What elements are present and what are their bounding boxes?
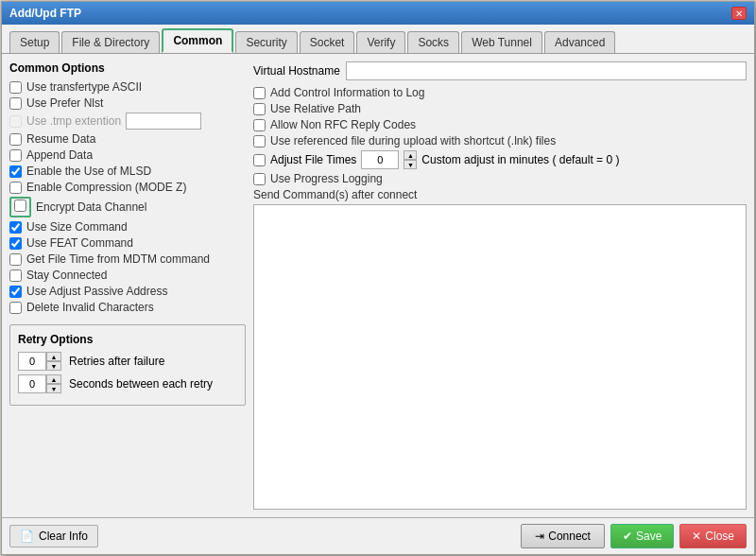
checkbox-delete-invalid-label: Delete Invalid Characters <box>26 301 154 314</box>
checkbox-append-data-label: Append Data <box>26 148 93 162</box>
bottom-bar: 📄 Clear Info ⇥ Connect ✔ Save ✕ Close <box>2 517 754 554</box>
checkbox-delete-invalid-input[interactable] <box>9 302 22 314</box>
tab-setup[interactable]: Setup <box>9 31 60 53</box>
tab-advanced[interactable]: Advanced <box>544 31 615 53</box>
checkbox-use-tmp-ext-input[interactable] <box>9 115 22 128</box>
adjust-file-times-spinner: ▲ ▼ <box>404 150 417 169</box>
checkbox-use-transfertype-input[interactable] <box>9 81 22 94</box>
checkbox-use-prefer-nlst: Use Prefer Nlst <box>9 96 246 110</box>
retry-failure-input[interactable] <box>18 352 46 371</box>
checkbox-resume-data-input[interactable] <box>9 133 22 146</box>
checkbox-encrypt-data-channel: Encrypt Data Channel <box>9 197 246 217</box>
retry-seconds-up-button[interactable]: ▲ <box>46 374 61 384</box>
retry-seconds-spinner: ▲ ▼ <box>18 374 61 393</box>
close-button[interactable]: ✕ Close <box>679 524 747 548</box>
adjust-file-times-row: Adjust File Times ▲ ▼ Custom adjust in m… <box>253 150 747 169</box>
checkbox-use-tmp-ext-label: Use .tmp extention <box>26 114 121 128</box>
window-title: Add/Upd FTP <box>9 7 81 20</box>
retry-seconds-spin-buttons: ▲ ▼ <box>46 374 61 393</box>
retry-failure-up-button[interactable]: ▲ <box>46 352 61 361</box>
checkbox-allow-non-rfc-input[interactable] <box>253 119 266 131</box>
main-window: Add/Upd FTP ✕ Setup File & Directory Com… <box>1 1 755 555</box>
right-panel-inner: Virtual Hostname Add Control Information… <box>253 61 747 510</box>
checkbox-use-prefer-nlst-label: Use Prefer Nlst <box>26 96 103 110</box>
checkbox-enable-mlsd-label: Enable the Use of MLSD <box>26 165 151 178</box>
checkbox-use-size-command-input[interactable] <box>9 221 22 234</box>
checkbox-stay-connected-label: Stay Connected <box>26 269 107 282</box>
adjust-file-times-extra-label: Custom adjust in minutes ( default = 0 ) <box>421 153 619 166</box>
left-panel: Common Options Use transfertype ASCII Us… <box>9 61 246 510</box>
retry-row-failure: ▲ ▼ Retries after failure <box>18 352 237 371</box>
checkbox-use-size-command-label: Use Size Command <box>26 220 128 234</box>
window-close-button[interactable]: ✕ <box>731 7 747 20</box>
adjust-file-times-input[interactable] <box>361 150 399 169</box>
checkbox-use-feat-command-input[interactable] <box>9 237 22 250</box>
send-commands-textarea[interactable] <box>253 204 747 510</box>
x-icon: ✕ <box>692 530 701 543</box>
retry-seconds-down-button[interactable]: ▼ <box>46 384 61 393</box>
tmp-ext-input[interactable] <box>126 113 201 130</box>
retry-failure-label: Retries after failure <box>69 355 164 368</box>
checkbox-use-progress-logging-input[interactable] <box>253 173 266 185</box>
retry-failure-spinner: ▲ ▼ <box>18 352 61 371</box>
checkbox-allow-non-rfc-label: Allow Non RFC Reply Codes <box>270 118 416 131</box>
save-button[interactable]: ✔ Save <box>610 524 674 548</box>
right-buttons: ⇥ Connect ✔ Save ✕ Close <box>521 524 747 548</box>
connect-button[interactable]: ⇥ Connect <box>521 524 605 548</box>
main-area: Common Options Use transfertype ASCII Us… <box>9 61 747 510</box>
checkbox-enable-compression: Enable Compression (MODE Z) <box>9 181 246 194</box>
retry-title: Retry Options <box>18 333 237 346</box>
connect-icon: ⇥ <box>535 530 544 543</box>
checkbox-use-relative-path: Use Relative Path <box>253 102 747 115</box>
checkbox-get-file-time-input[interactable] <box>9 253 22 266</box>
check-icon: ✔ <box>623 530 632 543</box>
clear-info-button[interactable]: 📄 Clear Info <box>9 525 98 547</box>
checkbox-use-progress-logging-label: Use Progress Logging <box>270 172 383 185</box>
checkbox-encrypt-data-channel-input[interactable] <box>14 200 26 212</box>
tab-verify[interactable]: Verify <box>356 31 405 53</box>
checkbox-encrypt-data-channel-label: Encrypt Data Channel <box>36 200 146 214</box>
retry-seconds-input[interactable] <box>18 374 46 393</box>
virtual-hostname-input[interactable] <box>346 61 747 80</box>
checkbox-use-progress-logging: Use Progress Logging <box>253 172 747 185</box>
right-panel: Virtual Hostname Add Control Information… <box>253 61 747 510</box>
checkbox-use-relative-path-input[interactable] <box>253 103 266 115</box>
retry-seconds-label: Seconds between each retry <box>69 377 213 391</box>
adjust-file-times-up-button[interactable]: ▲ <box>404 150 417 160</box>
checkbox-add-control-info-input[interactable] <box>253 87 266 99</box>
checkbox-use-adjust-passive-input[interactable] <box>9 286 22 298</box>
checkbox-enable-compression-input[interactable] <box>9 182 22 194</box>
tab-file-directory[interactable]: File & Directory <box>61 31 160 53</box>
checkbox-use-prefer-nlst-input[interactable] <box>9 97 22 110</box>
checkbox-add-control-info: Add Control Information to Log <box>253 86 747 99</box>
checkbox-stay-connected-input[interactable] <box>9 269 22 282</box>
checkbox-delete-invalid: Delete Invalid Characters <box>9 301 246 314</box>
adjust-file-times-down-button[interactable]: ▼ <box>404 160 417 169</box>
checkbox-use-tmp-ext: Use .tmp extention <box>9 113 246 130</box>
checkbox-append-data: Append Data <box>9 148 246 162</box>
tab-web-tunnel[interactable]: Web Tunnel <box>461 31 542 53</box>
checkbox-enable-mlsd-input[interactable] <box>9 165 22 178</box>
checkbox-append-data-input[interactable] <box>9 149 22 162</box>
connect-label: Connect <box>548 530 591 543</box>
checkbox-use-size-command: Use Size Command <box>9 220 246 234</box>
save-label: Save <box>636 530 662 543</box>
close-label: Close <box>705 530 734 543</box>
checkbox-adjust-file-times-label: Adjust File Times <box>270 153 356 166</box>
title-bar: Add/Upd FTP ✕ <box>2 2 754 25</box>
tab-security[interactable]: Security <box>235 31 297 53</box>
checkbox-use-referenced-file-input[interactable] <box>253 135 266 148</box>
content-area: Common Options Use transfertype ASCII Us… <box>2 54 754 517</box>
tab-common[interactable]: Common <box>162 28 233 53</box>
checkbox-adjust-file-times-input[interactable] <box>253 154 266 166</box>
checkbox-add-control-info-label: Add Control Information to Log <box>270 86 424 99</box>
tab-socks[interactable]: Socks <box>407 31 459 53</box>
retry-failure-down-button[interactable]: ▼ <box>46 361 61 371</box>
virtual-hostname-label: Virtual Hostname <box>253 64 340 78</box>
checkbox-enable-compression-label: Enable Compression (MODE Z) <box>26 181 186 194</box>
tab-socket[interactable]: Socket <box>300 31 355 53</box>
virtual-hostname-row: Virtual Hostname <box>253 61 747 80</box>
send-commands-label: Send Command(s) after connect <box>253 188 747 201</box>
checkbox-resume-data: Resume Data <box>9 132 246 146</box>
checkbox-get-file-time: Get File Time from MDTM command <box>9 252 246 266</box>
